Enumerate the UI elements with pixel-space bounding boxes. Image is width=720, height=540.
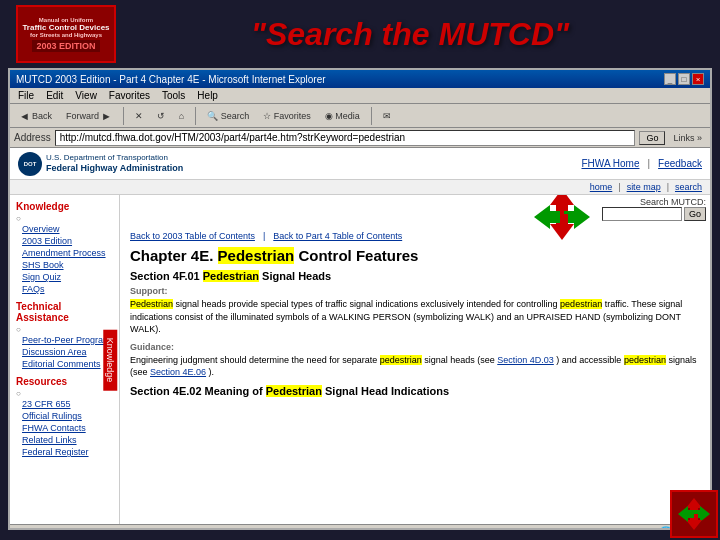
menu-bar: File Edit View Favorites Tools Help <box>10 88 710 104</box>
guidance-text: Engineering judgment should determine th… <box>130 354 700 379</box>
sitemap-link[interactable]: site map <box>627 182 661 192</box>
sidebar-links[interactable]: Related Links <box>10 434 119 446</box>
section1-post: Signal Heads <box>259 270 331 282</box>
search-row: Go <box>602 207 706 221</box>
section2-pre: Section 4E.02 Meaning of <box>130 385 266 397</box>
fhwa-logo: DOT U.S. Department of Transportation Fe… <box>18 152 183 176</box>
forward-button[interactable]: Forward ► <box>61 108 117 124</box>
sidebar-federal[interactable]: Federal Register <box>10 446 119 458</box>
toolbar-sep2 <box>195 107 196 125</box>
breadcrumb-link2[interactable]: Back to Part 4 Table of Contents <box>273 231 402 241</box>
sidebar-knowledge-heading[interactable]: Knowledge <box>10 199 119 214</box>
support-hl2: pedestrian <box>560 299 602 309</box>
guidance-link2[interactable]: Section 4E.06 <box>150 367 206 377</box>
sidebar-bullet1: ○ <box>10 214 119 223</box>
chapter-title-highlight: Pedestrian <box>218 247 295 264</box>
mutcd-logo: Manual on Uniform Traffic Control Device… <box>16 5 116 63</box>
sidebar-knowledge-tab[interactable]: Knowledge <box>104 329 118 390</box>
refresh-button[interactable]: ↺ <box>152 109 170 123</box>
sidebar-faqs[interactable]: FAQs <box>10 283 119 295</box>
sidebar-shs[interactable]: SHS Book <box>10 259 119 271</box>
bottom-logo <box>670 490 718 538</box>
guidance-hl1: pedestrian <box>380 355 422 365</box>
banner-title: "Search the MUTCD" <box>116 16 704 53</box>
address-label: Address <box>14 132 51 143</box>
logo-line2: Traffic Control Devices <box>22 23 109 32</box>
chapter-title-pre: Chapter 4E. <box>130 247 218 264</box>
maximize-button[interactable]: □ <box>678 73 690 85</box>
logo-edition: 2003 EDITION <box>32 40 99 52</box>
menu-tools[interactable]: Tools <box>156 89 191 102</box>
menu-file[interactable]: File <box>12 89 40 102</box>
chapter-title-post: Control Features <box>294 247 418 264</box>
guidance-label: Guidance: <box>130 342 700 352</box>
fhwa-text: U.S. Department of Transportation Federa… <box>46 153 183 173</box>
section2-post: Signal Head Indications <box>322 385 449 397</box>
sidebar-amendment[interactable]: Amendment Process <box>10 247 119 259</box>
browser-title: MUTCD 2003 Edition - Part 4 Chapter 4E -… <box>16 74 326 85</box>
sidebar-contacts[interactable]: FHWA Contacts <box>10 422 119 434</box>
breadcrumb: Back to 2003 Table of Contents | Back to… <box>130 231 700 241</box>
search-mutcd-input[interactable] <box>602 207 682 221</box>
section2-highlight: Pedestrian <box>266 385 322 397</box>
minimize-button[interactable]: _ <box>664 73 676 85</box>
content-area: Search MUTCD: Go Back to 2003 Table of C… <box>120 195 710 524</box>
feedback-link[interactable]: Feedback <box>658 158 702 169</box>
window-controls: _ □ × <box>664 73 704 85</box>
media-button[interactable]: ◉ Media <box>320 109 365 123</box>
search-go-button[interactable]: Go <box>684 207 706 221</box>
search-box: Search MUTCD: Go <box>602 197 706 221</box>
section1-pre: Section 4F.01 <box>130 270 203 282</box>
logo-sub: for Streets and Highways <box>30 32 102 38</box>
search-button[interactable]: 🔍 Search <box>202 109 254 123</box>
toolbar: ◄ Back Forward ► ✕ ↺ ⌂ 🔍 Search ☆ Favori… <box>10 104 710 128</box>
back-button[interactable]: ◄ Back <box>14 108 57 124</box>
nav-sep2: | <box>667 182 669 192</box>
fhwa-nav-sep: | <box>647 158 650 169</box>
address-bar: Address Go Links » <box>10 128 710 148</box>
address-input[interactable] <box>55 130 636 146</box>
main-layout: Knowledge ○ Overview 2003 Edition Amendm… <box>10 195 710 524</box>
close-button[interactable]: × <box>692 73 704 85</box>
support-text: Pedestrian signal heads provide special … <box>130 298 700 336</box>
dept-name: U.S. Department of Transportation <box>46 153 183 163</box>
sidebar-knowledge-section: Knowledge ○ Overview 2003 Edition Amendm… <box>10 199 119 295</box>
guidance-hl2: pedestrian <box>624 355 666 365</box>
breadcrumb-link1[interactable]: Back to 2003 Table of Contents <box>130 231 255 241</box>
search-mutcd-label: Search MUTCD: <box>602 197 706 207</box>
section2-title: Section 4E.02 Meaning of Pedestrian Sign… <box>130 385 700 397</box>
toolbar-sep3 <box>371 107 372 125</box>
toolbar-sep1 <box>123 107 124 125</box>
sidebar-bullet3: ○ <box>10 389 119 398</box>
favorites-button[interactable]: ☆ Favorites <box>258 109 316 123</box>
mail-button[interactable]: ✉ <box>378 109 396 123</box>
top-banner: Manual on Uniform Traffic Control Device… <box>0 0 720 68</box>
go-button[interactable]: Go <box>639 131 665 145</box>
sidebar-2003edition[interactable]: 2003 Edition <box>10 235 119 247</box>
section1-title: Section 4F.01 Pedestrian Signal Heads <box>130 270 700 282</box>
chapter-title: Chapter 4E. Pedestrian Control Features <box>130 247 700 264</box>
sidebar-rulings[interactable]: Official Rulings <box>10 410 119 422</box>
search-nav-link[interactable]: search <box>675 182 702 192</box>
breadcrumb-sep: | <box>263 231 265 241</box>
sidebar-cfr655[interactable]: 23 CFR 655 <box>10 398 119 410</box>
menu-view[interactable]: View <box>69 89 103 102</box>
sidebar-signquiz[interactable]: Sign Quiz <box>10 271 119 283</box>
home-nav-link[interactable]: home <box>590 182 613 192</box>
menu-edit[interactable]: Edit <box>40 89 69 102</box>
sidebar-overview[interactable]: Overview <box>10 223 119 235</box>
menu-favorites[interactable]: Favorites <box>103 89 156 102</box>
guidance-link1[interactable]: Section 4D.03 <box>497 355 554 365</box>
fhwa-home-link[interactable]: FHWA Home <box>582 158 640 169</box>
top-nav: home | site map | search <box>10 180 710 195</box>
menu-help[interactable]: Help <box>191 89 224 102</box>
sidebar-technical-heading[interactable]: Technical Assistance <box>10 299 119 325</box>
arrow-logo <box>532 195 592 244</box>
browser-titlebar: MUTCD 2003 Edition - Part 4 Chapter 4E -… <box>10 70 710 88</box>
section1-highlight: Pedestrian <box>203 270 259 282</box>
home-button[interactable]: ⌂ <box>174 109 189 123</box>
status-bar: 🌐 Internet <box>10 524 710 530</box>
stop-button[interactable]: ✕ <box>130 109 148 123</box>
fhwa-header: DOT U.S. Department of Transportation Fe… <box>10 148 710 180</box>
agency-name: Federal Highway Administration <box>46 163 183 173</box>
